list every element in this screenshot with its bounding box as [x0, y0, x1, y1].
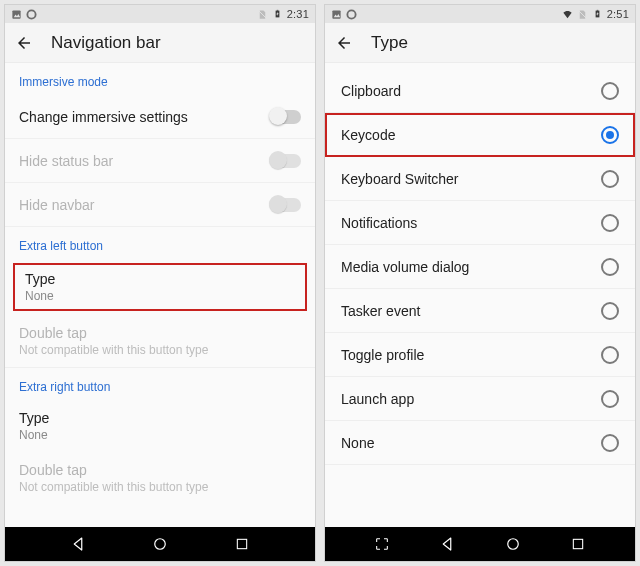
option-row[interactable]: Media volume dialog [325, 245, 635, 289]
radio-icon[interactable] [601, 82, 619, 100]
row-extra-right-dtap: Double tap Not compatible with this butt… [5, 452, 315, 504]
nav-home-icon[interactable] [151, 535, 169, 553]
option-row[interactable]: Notifications [325, 201, 635, 245]
row-label: Change immersive settings [19, 109, 271, 125]
nav-recent-icon[interactable] [569, 535, 587, 553]
row-label: Hide navbar [19, 197, 271, 213]
image-icon [11, 9, 22, 20]
option-row[interactable]: Launch app [325, 377, 635, 421]
row-label: Type [25, 271, 295, 287]
battery-icon [592, 9, 603, 20]
row-extra-right-type[interactable]: Type None [5, 400, 315, 452]
circle-icon [346, 9, 357, 20]
row-extra-left-dtap: Double tap Not compatible with this butt… [5, 315, 315, 368]
phone-left: 2:31 Navigation bar Immersive mode Chang… [4, 4, 316, 562]
row-value: None [25, 289, 295, 303]
option-label: Tasker event [341, 303, 601, 319]
nav-back-icon[interactable] [438, 535, 456, 553]
option-row[interactable]: None [325, 421, 635, 465]
option-row[interactable]: Tasker event [325, 289, 635, 333]
wifi-icon [562, 9, 573, 20]
option-row[interactable]: Keycode [325, 113, 635, 157]
section-extra-left-header: Extra left button [5, 227, 315, 259]
switch-disabled-icon [271, 198, 301, 212]
option-row[interactable]: Keyboard Switcher [325, 157, 635, 201]
switch-disabled-icon [271, 154, 301, 168]
section-extra-right-header: Extra right button [5, 368, 315, 400]
back-icon[interactable] [15, 34, 33, 52]
row-value: None [19, 428, 301, 442]
option-label: Keycode [341, 127, 601, 143]
no-sim-icon [257, 9, 268, 20]
row-label: Hide status bar [19, 153, 271, 169]
svg-point-7 [155, 539, 166, 550]
type-options-list: ClipboardKeycodeKeyboard SwitcherNotific… [325, 63, 635, 527]
svg-point-11 [347, 10, 355, 18]
svg-rect-8 [237, 539, 246, 548]
title-bar: Type [325, 23, 635, 63]
back-icon[interactable] [335, 34, 353, 52]
row-hide-status: Hide status bar [5, 139, 315, 183]
svg-point-16 [508, 539, 519, 550]
option-label: Toggle profile [341, 347, 601, 363]
option-label: Media volume dialog [341, 259, 601, 275]
option-label: Clipboard [341, 83, 601, 99]
radio-icon[interactable] [601, 258, 619, 276]
image-icon [331, 9, 342, 20]
status-bar: 2:51 [325, 5, 635, 23]
option-label: Launch app [341, 391, 601, 407]
option-row[interactable]: Toggle profile [325, 333, 635, 377]
row-value: Not compatible with this button type [19, 343, 301, 357]
section-immersive-header: Immersive mode [5, 63, 315, 95]
no-sim-icon [577, 9, 588, 20]
svg-rect-5 [277, 10, 279, 11]
option-row[interactable]: Clipboard [325, 69, 635, 113]
row-label: Double tap [19, 462, 301, 478]
title-bar: Navigation bar [5, 23, 315, 63]
radio-icon[interactable] [601, 214, 619, 232]
status-time: 2:31 [287, 8, 309, 20]
row-value: Not compatible with this button type [19, 480, 301, 494]
switch-off-icon[interactable] [271, 110, 301, 124]
status-time: 2:51 [607, 8, 629, 20]
nav-fullscreen-icon[interactable] [373, 535, 391, 553]
android-navbar [5, 527, 315, 561]
nav-back-icon[interactable] [69, 535, 87, 553]
radio-selected-icon[interactable] [601, 126, 619, 144]
option-label: Notifications [341, 215, 601, 231]
radio-icon[interactable] [601, 170, 619, 188]
svg-rect-17 [574, 539, 583, 548]
status-bar: 2:31 [5, 5, 315, 23]
nav-recent-icon[interactable] [233, 535, 251, 553]
nav-home-icon[interactable] [504, 535, 522, 553]
option-label: None [341, 435, 601, 451]
row-change-immersive[interactable]: Change immersive settings [5, 95, 315, 139]
row-label: Type [19, 410, 301, 426]
battery-icon [272, 9, 283, 20]
radio-icon[interactable] [601, 390, 619, 408]
row-label: Double tap [19, 325, 301, 341]
radio-icon[interactable] [601, 302, 619, 320]
row-hide-navbar: Hide navbar [5, 183, 315, 227]
svg-rect-0 [12, 10, 20, 18]
svg-rect-14 [597, 10, 599, 11]
page-title: Navigation bar [51, 33, 161, 53]
svg-rect-9 [332, 10, 340, 18]
svg-point-2 [27, 10, 35, 18]
page-title: Type [371, 33, 408, 53]
radio-icon[interactable] [601, 434, 619, 452]
android-navbar [325, 527, 635, 561]
settings-list: Immersive mode Change immersive settings… [5, 63, 315, 527]
circle-icon [26, 9, 37, 20]
option-label: Keyboard Switcher [341, 171, 601, 187]
row-extra-left-type[interactable]: Type None [13, 263, 307, 311]
phone-right: 2:51 Type ClipboardKeycodeKeyboard Switc… [324, 4, 636, 562]
radio-icon[interactable] [601, 346, 619, 364]
